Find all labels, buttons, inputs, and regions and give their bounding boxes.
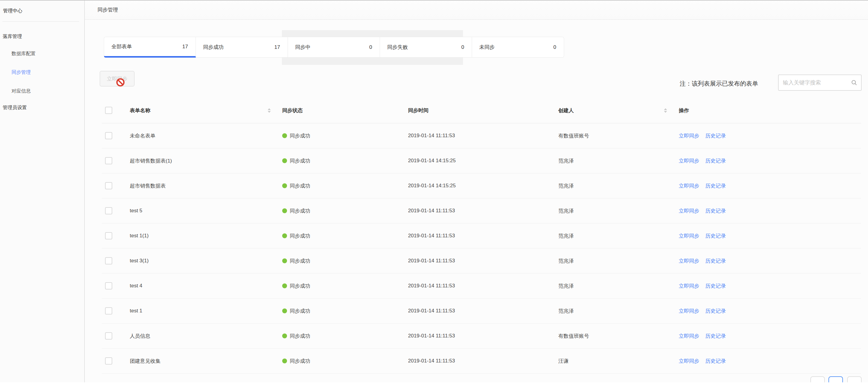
status-label: 同步成功 xyxy=(290,207,310,215)
row-checkbox[interactable] xyxy=(105,182,112,189)
table-row: test 1(1)同步成功2019-01-14 11:11:53范兆泽立即同步历… xyxy=(102,223,861,249)
history-link[interactable]: 历史记录 xyxy=(705,132,726,139)
sync-status-cell: 同步成功 xyxy=(282,149,310,173)
creator-cell: 范兆泽 xyxy=(558,298,574,323)
creator-cell: 范兆泽 xyxy=(558,223,574,248)
sync-now-link[interactable]: 立即同步 xyxy=(679,258,699,264)
pagination-button-active[interactable] xyxy=(829,376,843,382)
status-label: 同步成功 xyxy=(290,358,310,365)
search-icon[interactable] xyxy=(851,79,858,86)
sync-now-link[interactable]: 立即同步 xyxy=(679,333,699,339)
tab-item[interactable]: 同步成功17 xyxy=(196,37,288,58)
sync-now-link[interactable]: 立即同步 xyxy=(679,283,699,290)
sync-now-link[interactable]: 立即同步 xyxy=(679,157,699,164)
table-row: test 5同步成功2019-01-14 11:11:53范兆泽立即同步历史记录 xyxy=(102,198,861,223)
status-label: 同步成功 xyxy=(290,283,310,290)
operations-cell: 立即同步历史记录 xyxy=(679,249,726,273)
tab-label: 同步成功 xyxy=(203,44,224,51)
page-header: 同步管理 xyxy=(85,1,868,20)
sidebar-item-active[interactable]: 同步管理 xyxy=(11,69,36,75)
sort-form-name-icon[interactable] xyxy=(268,98,271,123)
history-link[interactable]: 历史记录 xyxy=(705,283,726,290)
table-row: 人员信息同步成功2019-01-14 11:11:53有数值班账号立即同步历史记… xyxy=(102,324,861,349)
creator-cell: 范兆泽 xyxy=(558,249,574,273)
history-link[interactable]: 历史记录 xyxy=(705,183,726,189)
operations-cell: 立即同步历史记录 xyxy=(679,223,726,248)
history-link[interactable]: 历史记录 xyxy=(705,307,726,315)
history-link[interactable]: 历史记录 xyxy=(705,333,726,339)
tab-label: 全部表单 xyxy=(112,43,132,50)
search-box xyxy=(778,74,862,91)
row-checkbox-cell xyxy=(105,123,112,148)
creator-cell: 汪谦 xyxy=(558,349,568,373)
history-link[interactable]: 历史记录 xyxy=(705,232,726,239)
status-dot-icon xyxy=(282,308,287,313)
sync-now-link[interactable]: 立即同步 xyxy=(679,358,699,365)
row-checkbox[interactable] xyxy=(105,257,112,264)
row-checkbox-cell xyxy=(105,173,112,198)
table-row: 超市销售数据表同步成功2019-01-14 14:15:25范兆泽立即同步历史记… xyxy=(102,173,861,198)
tab-item[interactable]: 未同步0 xyxy=(472,37,564,58)
sync-status-cell: 同步成功 xyxy=(282,298,310,323)
row-checkbox[interactable] xyxy=(105,357,112,365)
row-checkbox[interactable] xyxy=(105,332,112,339)
sidebar-group-storage[interactable]: 落库管理 xyxy=(3,33,22,40)
sync-time-cell: 2019-01-14 11:11:53 xyxy=(408,273,455,298)
sidebar-item-admin-settings[interactable]: 管理员设置 xyxy=(3,105,27,111)
row-checkbox[interactable] xyxy=(105,307,112,315)
row-checkbox[interactable] xyxy=(105,157,112,164)
status-label: 同步成功 xyxy=(290,333,310,339)
sync-now-link[interactable]: 立即同步 xyxy=(679,232,699,239)
row-checkbox-cell xyxy=(105,324,112,348)
tab-strip: 全部表单17同步成功17同步中0同步失败0未同步0 xyxy=(104,37,564,58)
tab-item[interactable]: 同步失败0 xyxy=(380,37,472,58)
column-header-form-name: 表单名称 xyxy=(130,98,150,123)
caret-down-icon xyxy=(664,111,667,113)
tab-item[interactable]: 同步中0 xyxy=(288,37,380,58)
row-checkbox[interactable] xyxy=(105,207,112,215)
form-name-cell: 未命名表单 xyxy=(130,123,155,148)
table-row: 未命名表单同步成功2019-01-14 11:11:53有数值班账号立即同步历史… xyxy=(102,123,861,149)
sync-now-link[interactable]: 立即同步 xyxy=(679,132,699,139)
status-label: 同步成功 xyxy=(290,157,310,164)
row-checkbox[interactable] xyxy=(105,132,112,139)
tab-label: 同步中 xyxy=(295,44,311,51)
sync-status-cell: 同步成功 xyxy=(282,324,310,348)
column-header-creator: 创建人 xyxy=(558,98,574,123)
status-dot-icon xyxy=(282,258,287,263)
pagination-button[interactable] xyxy=(810,376,825,382)
creator-cell: 范兆泽 xyxy=(558,198,574,223)
row-checkbox-cell xyxy=(105,349,112,373)
sync-now-link[interactable]: 立即同步 xyxy=(679,183,699,189)
select-all-checkbox[interactable] xyxy=(105,107,112,114)
table-row: test 1同步成功2019-01-14 11:11:53范兆泽立即同步历史记录 xyxy=(102,298,861,324)
status-label: 同步成功 xyxy=(290,232,310,239)
sidebar-item[interactable]: 数据库配置 xyxy=(11,51,36,57)
history-link[interactable]: 历史记录 xyxy=(705,157,726,164)
sort-creator-icon[interactable] xyxy=(664,98,667,123)
sync-status-cell: 同步成功 xyxy=(282,198,310,223)
row-checkbox-cell xyxy=(105,249,112,273)
operations-cell: 立即同步历史记录 xyxy=(679,273,726,298)
sync-now-link[interactable]: 立即同步 xyxy=(679,207,699,215)
history-link[interactable]: 历史记录 xyxy=(705,207,726,215)
row-checkbox[interactable] xyxy=(105,282,112,290)
sync-status-cell: 同步成功 xyxy=(282,273,310,298)
sync-time-cell: 2019-01-14 14:15:25 xyxy=(408,173,456,198)
history-link[interactable]: 历史记录 xyxy=(705,258,726,264)
column-header-operations: 操作 xyxy=(679,98,689,123)
history-link[interactable]: 历史记录 xyxy=(705,358,726,365)
tab-item-active[interactable]: 全部表单17 xyxy=(104,37,196,58)
operations-cell: 立即同步历史记录 xyxy=(679,149,726,173)
status-dot-icon xyxy=(282,333,287,338)
row-checkbox[interactable] xyxy=(105,232,112,239)
tab-count-badge: 17 xyxy=(274,44,280,51)
main-panel: 同步管理 全部表单17同步成功17同步中0同步失败0未同步0 立即同步 注：该列… xyxy=(85,1,868,382)
creator-cell: 范兆泽 xyxy=(558,173,574,198)
row-checkbox-cell xyxy=(105,198,112,223)
pagination-button[interactable] xyxy=(847,376,862,382)
search-input[interactable] xyxy=(779,75,861,90)
sync-now-link[interactable]: 立即同步 xyxy=(679,307,699,315)
sidebar-item[interactable]: 对应信息 xyxy=(11,88,36,94)
sync-time-cell: 2019-01-14 14:15:25 xyxy=(408,149,456,173)
